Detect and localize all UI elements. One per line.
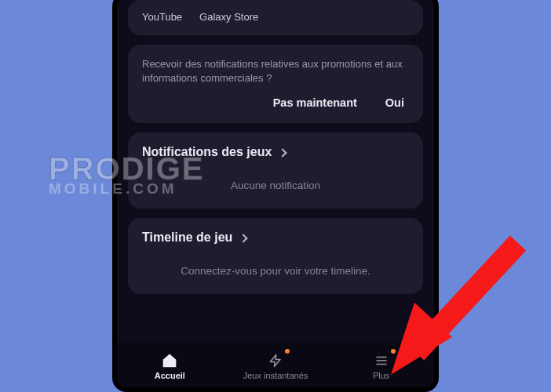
notifications-empty: Aucune notification bbox=[142, 173, 409, 194]
notifications-header[interactable]: Notifications des jeux bbox=[142, 145, 409, 159]
home-icon bbox=[162, 353, 177, 368]
promo-card: Recevoir des notifications relatives aux… bbox=[128, 45, 423, 123]
notification-dot-icon bbox=[391, 349, 396, 354]
nav-more[interactable]: Plus bbox=[328, 345, 434, 387]
promo-actions: Pas maintenant Oui bbox=[142, 96, 409, 109]
nav-home[interactable]: Accueil bbox=[117, 345, 223, 387]
menu-icon bbox=[374, 353, 389, 368]
youtube-link[interactable]: YouTube bbox=[142, 11, 182, 23]
app-links-row: YouTube Galaxy Store bbox=[142, 11, 409, 23]
phone-screen: YouTube Galaxy Store Recevoir des notifi… bbox=[117, 0, 434, 387]
timeline-title: Timeline de jeu bbox=[142, 230, 232, 245]
timeline-header[interactable]: Timeline de jeu bbox=[142, 230, 409, 245]
chevron-right-icon bbox=[239, 234, 248, 242]
svg-marker-0 bbox=[270, 354, 280, 366]
nav-instant-games[interactable]: Jeux instantanés bbox=[223, 345, 329, 387]
notification-dot-icon bbox=[285, 349, 290, 354]
notifications-card: Notifications des jeux Aucune notificati… bbox=[128, 132, 423, 209]
lightning-icon bbox=[268, 353, 283, 368]
promo-question: Recevoir des notifications relatives aux… bbox=[142, 57, 409, 85]
timeline-card: Timeline de jeu Connectez-vous pour voir… bbox=[128, 218, 423, 294]
phone-frame: YouTube Galaxy Store Recevoir des notifi… bbox=[112, 0, 439, 392]
not-now-button[interactable]: Pas maintenant bbox=[273, 96, 357, 109]
galaxy-store-link[interactable]: Galaxy Store bbox=[199, 11, 258, 23]
timeline-empty: Connectez-vous pour voir votre timeline. bbox=[142, 259, 409, 280]
notifications-title: Notifications des jeux bbox=[142, 145, 272, 159]
chevron-right-icon bbox=[279, 148, 287, 157]
app-links-card: YouTube Galaxy Store bbox=[128, 0, 423, 35]
bottom-nav: Accueil Jeux instantanés Plus bbox=[117, 342, 434, 387]
nav-home-label: Accueil bbox=[155, 371, 185, 380]
yes-button[interactable]: Oui bbox=[385, 96, 404, 109]
nav-more-label: Plus bbox=[373, 371, 389, 380]
nav-instant-label: Jeux instantanés bbox=[243, 371, 308, 380]
scroll-content: YouTube Galaxy Store Recevoir des notifi… bbox=[117, 0, 434, 342]
